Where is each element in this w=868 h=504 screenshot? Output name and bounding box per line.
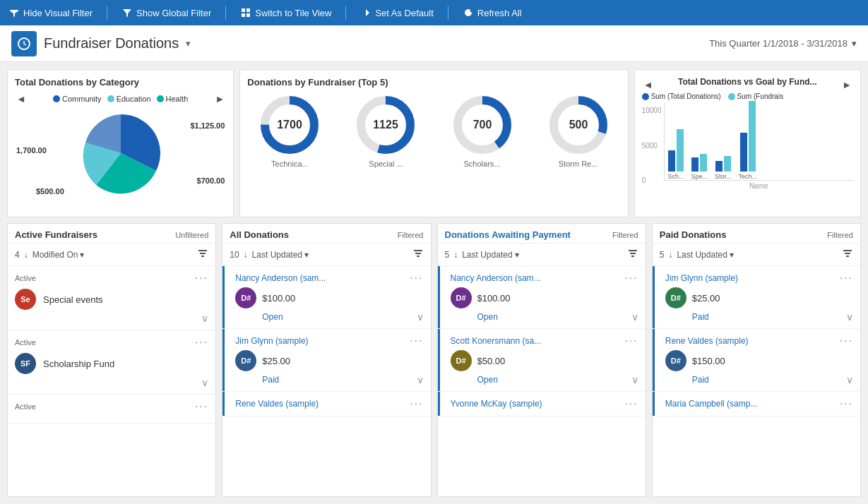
donut-chart-card: Donations by Fundraiser (Top 5) 1700 Tec… xyxy=(239,69,628,217)
paid-donations-panel: Paid Donations Filtered 5 ↓ Last Updated… xyxy=(652,223,861,497)
main-content: Total Donations by Category ◄ Community … xyxy=(0,62,868,504)
expand-icon[interactable]: ∨ xyxy=(417,311,424,323)
expand-icon[interactable]: ∨ xyxy=(201,313,208,324)
item-menu-dots[interactable]: ··· xyxy=(410,335,423,347)
bar-group-2: Spe... xyxy=(691,154,708,180)
expand-icon[interactable]: ∨ xyxy=(417,374,424,385)
donut-2: 1125 Special ... xyxy=(354,93,417,168)
donations-awaiting-content: Nancy Anderson (sam... ··· D# $100.00 Op… xyxy=(438,266,646,496)
list-item: Yvonne McKay (sample) ··· xyxy=(438,392,646,416)
ad-sort-down-icon[interactable]: ↓ xyxy=(244,250,248,260)
item-menu-dots[interactable]: ··· xyxy=(624,272,638,284)
svg-rect-20 xyxy=(201,256,204,257)
item-menu-dots[interactable]: ··· xyxy=(840,335,853,347)
item-menu-dots[interactable]: ··· xyxy=(624,397,638,410)
paid-donations-header: Paid Donations Filtered xyxy=(653,224,860,244)
item-menu-dots[interactable]: ··· xyxy=(195,336,208,349)
left-bar xyxy=(653,329,655,391)
bar-next-arrow[interactable]: ► xyxy=(840,79,853,90)
avatar: SF xyxy=(15,353,36,374)
item-menu-dots[interactable]: ··· xyxy=(195,272,208,284)
pie-label-1125: $1,125.00 xyxy=(190,121,225,130)
pie-label-700: $700.00 xyxy=(197,176,225,185)
pd-sort-field[interactable]: Last Updated ▾ xyxy=(677,250,733,260)
svg-rect-26 xyxy=(631,256,634,257)
paid-donations-badge: Filtered xyxy=(827,231,853,239)
donut-4: 500 Storm Re... xyxy=(547,93,610,168)
page-header: Fundraiser Donations ▾ This Quarter 1/1/… xyxy=(0,25,868,62)
list-item: Scott Konersmann (sa... ··· D# $50.00 Op… xyxy=(438,329,646,392)
bar-chart-title: Total Donations vs Goal by Fund... xyxy=(655,77,841,87)
left-bar xyxy=(653,266,655,328)
svg-rect-18 xyxy=(198,250,207,251)
show-global-filter-button[interactable]: Show Global Filter xyxy=(121,7,211,18)
expand-icon[interactable]: ∨ xyxy=(846,374,853,385)
pd-filter-icon[interactable] xyxy=(842,248,853,261)
left-bar xyxy=(438,392,440,416)
item-menu-dots[interactable]: ··· xyxy=(840,397,853,410)
svg-text:1700: 1700 xyxy=(278,119,303,131)
list-item: Active ··· Se Special events ∨ xyxy=(8,266,215,330)
af-sort-field[interactable]: Modified On ▾ xyxy=(32,250,85,260)
item-menu-dots[interactable]: ··· xyxy=(410,272,423,284)
avatar: Se xyxy=(15,289,36,310)
active-fundraisers-title: Active Fundraisers xyxy=(15,229,97,240)
hide-visual-filter-button[interactable]: Hide Visual Filter xyxy=(8,7,93,18)
item-menu-dots[interactable]: ··· xyxy=(195,400,208,413)
pie-prev-arrow[interactable]: ◄ xyxy=(15,93,28,104)
bar-group-4: Tech... xyxy=(739,101,758,180)
left-bar xyxy=(222,266,225,328)
svg-text:500: 500 xyxy=(569,119,588,131)
paid-donations-title: Paid Donations xyxy=(660,229,727,240)
da-filter-icon[interactable] xyxy=(627,248,638,261)
svg-rect-24 xyxy=(629,250,637,251)
donations-awaiting-badge: Filtered xyxy=(612,231,638,239)
item-menu-dots[interactable]: ··· xyxy=(840,272,853,284)
af-sort-count: 4 xyxy=(15,250,20,260)
svg-marker-0 xyxy=(123,9,131,17)
af-sort-down-icon[interactable]: ↓ xyxy=(24,250,28,260)
list-item: Rene Valdes (sample) ··· D# $150.00 Paid… xyxy=(653,329,860,392)
donations-awaiting-title: Donations Awaiting Payment xyxy=(445,229,571,240)
set-as-default-button[interactable]: Set As Default xyxy=(360,7,433,18)
bar-legend-1: Sum (Total Donations) xyxy=(642,92,721,100)
pd-sort-count: 5 xyxy=(660,250,665,260)
svg-rect-19 xyxy=(200,253,206,254)
list-item: Active ··· xyxy=(8,395,215,424)
da-sort-down-icon[interactable]: ↓ xyxy=(453,250,458,260)
expand-icon[interactable]: ∨ xyxy=(201,377,208,388)
expand-icon[interactable]: ∨ xyxy=(631,374,638,385)
item-menu-dots[interactable]: ··· xyxy=(624,335,638,347)
expand-icon[interactable]: ∨ xyxy=(846,311,853,323)
date-range[interactable]: This Quarter 1/1/2018 - 3/31/2018 ▾ xyxy=(709,38,857,49)
af-filter-icon[interactable] xyxy=(197,248,208,261)
expand-icon[interactable]: ∨ xyxy=(631,311,638,323)
refresh-all-button[interactable]: Refresh All xyxy=(463,7,522,18)
active-fundraisers-controls: 4 ↓ Modified On ▾ xyxy=(8,244,215,266)
title-dropdown[interactable]: ▾ xyxy=(186,38,191,49)
switch-tile-view-button[interactable]: Switch to Tile View xyxy=(240,7,331,18)
active-fundraisers-header: Active Fundraisers Unfiltered xyxy=(8,224,215,244)
svg-rect-4 xyxy=(246,13,250,17)
avatar: D# xyxy=(665,350,686,371)
divider-3 xyxy=(345,6,346,20)
bar-legend-2: Sum (Fundrais xyxy=(728,92,784,100)
all-donations-header: All Donations Filtered xyxy=(222,224,430,244)
item-menu-dots[interactable]: ··· xyxy=(410,397,423,410)
pd-sort-down-icon[interactable]: ↓ xyxy=(668,250,672,260)
ad-sort-field[interactable]: Last Updated ▾ xyxy=(252,250,309,260)
list-item: Jim Glynn (sample) ··· D# $25.00 Paid ∨ xyxy=(653,266,860,329)
pie-next-arrow[interactable]: ► xyxy=(214,93,227,104)
list-item: Nancy Anderson (sam... ··· D# $100.00 Op… xyxy=(438,266,646,329)
list-item: Rene Valdes (sample) ··· xyxy=(222,392,430,416)
avatar: D# xyxy=(235,287,256,308)
donut-1: 1700 Technica... xyxy=(258,93,321,168)
ad-filter-icon[interactable] xyxy=(412,248,424,261)
da-sort-field[interactable]: Last Updated ▾ xyxy=(462,250,518,260)
list-item: Active ··· SF Scholarship Fund ∨ xyxy=(8,330,215,395)
bar-prev-arrow[interactable]: ◄ xyxy=(642,79,655,90)
page-title: Fundraiser Donations xyxy=(44,35,179,52)
header-left: Fundraiser Donations ▾ xyxy=(11,31,191,56)
panels-row: Active Fundraisers Unfiltered 4 ↓ Modifi… xyxy=(7,223,861,497)
list-item: Maria Campbell (samp... ··· xyxy=(653,392,860,416)
